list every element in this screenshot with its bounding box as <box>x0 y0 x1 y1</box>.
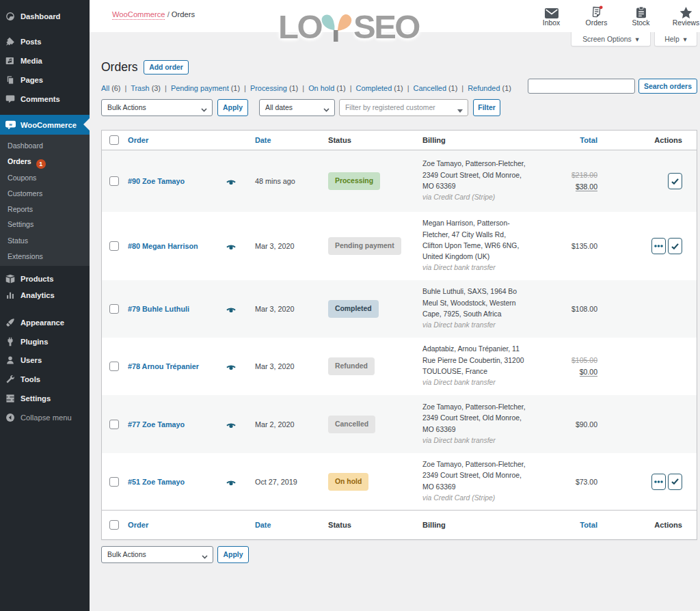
svg-text:w: w <box>8 122 12 126</box>
